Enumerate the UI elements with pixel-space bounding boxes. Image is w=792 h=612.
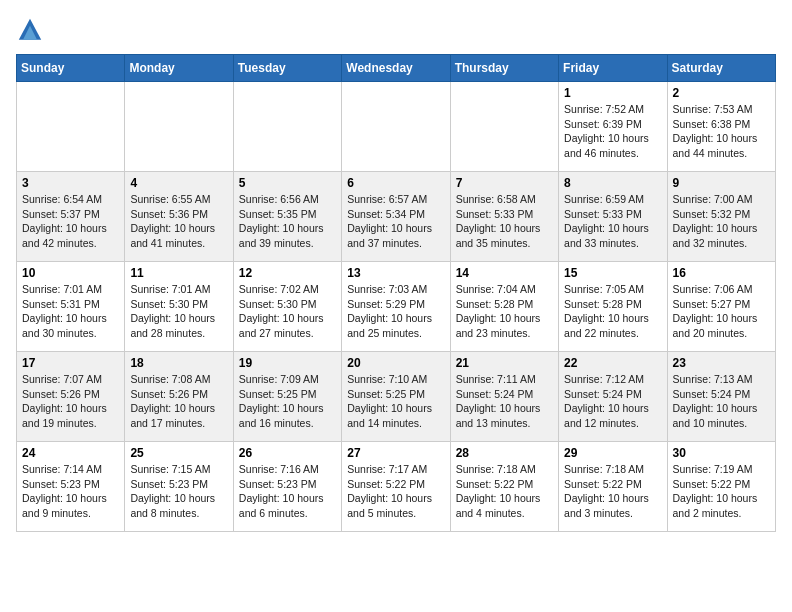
- calendar-cell: 28Sunrise: 7:18 AM Sunset: 5:22 PM Dayli…: [450, 442, 558, 532]
- week-row-4: 17Sunrise: 7:07 AM Sunset: 5:26 PM Dayli…: [17, 352, 776, 442]
- weekday-header-row: SundayMondayTuesdayWednesdayThursdayFrid…: [17, 55, 776, 82]
- day-number: 27: [347, 446, 444, 460]
- day-number: 29: [564, 446, 661, 460]
- day-info: Sunrise: 7:15 AM Sunset: 5:23 PM Dayligh…: [130, 462, 227, 521]
- day-number: 6: [347, 176, 444, 190]
- weekday-header-sunday: Sunday: [17, 55, 125, 82]
- day-number: 5: [239, 176, 336, 190]
- day-info: Sunrise: 7:01 AM Sunset: 5:31 PM Dayligh…: [22, 282, 119, 341]
- calendar-table: SundayMondayTuesdayWednesdayThursdayFrid…: [16, 54, 776, 532]
- calendar-cell: 30Sunrise: 7:19 AM Sunset: 5:22 PM Dayli…: [667, 442, 775, 532]
- day-number: 30: [673, 446, 770, 460]
- calendar-cell: 22Sunrise: 7:12 AM Sunset: 5:24 PM Dayli…: [559, 352, 667, 442]
- day-info: Sunrise: 7:13 AM Sunset: 5:24 PM Dayligh…: [673, 372, 770, 431]
- week-row-1: 1Sunrise: 7:52 AM Sunset: 6:39 PM Daylig…: [17, 82, 776, 172]
- week-row-3: 10Sunrise: 7:01 AM Sunset: 5:31 PM Dayli…: [17, 262, 776, 352]
- day-number: 28: [456, 446, 553, 460]
- day-number: 19: [239, 356, 336, 370]
- calendar-cell: 10Sunrise: 7:01 AM Sunset: 5:31 PM Dayli…: [17, 262, 125, 352]
- day-info: Sunrise: 6:59 AM Sunset: 5:33 PM Dayligh…: [564, 192, 661, 251]
- day-info: Sunrise: 7:01 AM Sunset: 5:30 PM Dayligh…: [130, 282, 227, 341]
- day-number: 22: [564, 356, 661, 370]
- calendar-cell: 25Sunrise: 7:15 AM Sunset: 5:23 PM Dayli…: [125, 442, 233, 532]
- calendar-cell: 24Sunrise: 7:14 AM Sunset: 5:23 PM Dayli…: [17, 442, 125, 532]
- weekday-header-tuesday: Tuesday: [233, 55, 341, 82]
- calendar-cell: 11Sunrise: 7:01 AM Sunset: 5:30 PM Dayli…: [125, 262, 233, 352]
- day-info: Sunrise: 7:08 AM Sunset: 5:26 PM Dayligh…: [130, 372, 227, 431]
- day-info: Sunrise: 7:05 AM Sunset: 5:28 PM Dayligh…: [564, 282, 661, 341]
- day-info: Sunrise: 6:54 AM Sunset: 5:37 PM Dayligh…: [22, 192, 119, 251]
- day-info: Sunrise: 6:55 AM Sunset: 5:36 PM Dayligh…: [130, 192, 227, 251]
- day-number: 11: [130, 266, 227, 280]
- calendar-cell: 9Sunrise: 7:00 AM Sunset: 5:32 PM Daylig…: [667, 172, 775, 262]
- day-number: 2: [673, 86, 770, 100]
- calendar-cell: 29Sunrise: 7:18 AM Sunset: 5:22 PM Dayli…: [559, 442, 667, 532]
- calendar-cell: 4Sunrise: 6:55 AM Sunset: 5:36 PM Daylig…: [125, 172, 233, 262]
- day-info: Sunrise: 6:56 AM Sunset: 5:35 PM Dayligh…: [239, 192, 336, 251]
- day-info: Sunrise: 7:06 AM Sunset: 5:27 PM Dayligh…: [673, 282, 770, 341]
- calendar-cell: 17Sunrise: 7:07 AM Sunset: 5:26 PM Dayli…: [17, 352, 125, 442]
- day-info: Sunrise: 7:18 AM Sunset: 5:22 PM Dayligh…: [456, 462, 553, 521]
- weekday-header-thursday: Thursday: [450, 55, 558, 82]
- day-info: Sunrise: 7:02 AM Sunset: 5:30 PM Dayligh…: [239, 282, 336, 341]
- day-info: Sunrise: 7:03 AM Sunset: 5:29 PM Dayligh…: [347, 282, 444, 341]
- calendar-cell: 20Sunrise: 7:10 AM Sunset: 5:25 PM Dayli…: [342, 352, 450, 442]
- weekday-header-wednesday: Wednesday: [342, 55, 450, 82]
- calendar-cell: 3Sunrise: 6:54 AM Sunset: 5:37 PM Daylig…: [17, 172, 125, 262]
- calendar-cell: [17, 82, 125, 172]
- day-number: 20: [347, 356, 444, 370]
- day-info: Sunrise: 7:09 AM Sunset: 5:25 PM Dayligh…: [239, 372, 336, 431]
- day-number: 1: [564, 86, 661, 100]
- calendar-cell: [233, 82, 341, 172]
- day-info: Sunrise: 7:17 AM Sunset: 5:22 PM Dayligh…: [347, 462, 444, 521]
- day-number: 25: [130, 446, 227, 460]
- day-number: 16: [673, 266, 770, 280]
- day-info: Sunrise: 7:04 AM Sunset: 5:28 PM Dayligh…: [456, 282, 553, 341]
- day-info: Sunrise: 6:58 AM Sunset: 5:33 PM Dayligh…: [456, 192, 553, 251]
- weekday-header-monday: Monday: [125, 55, 233, 82]
- day-number: 12: [239, 266, 336, 280]
- day-info: Sunrise: 7:18 AM Sunset: 5:22 PM Dayligh…: [564, 462, 661, 521]
- day-info: Sunrise: 7:19 AM Sunset: 5:22 PM Dayligh…: [673, 462, 770, 521]
- calendar-cell: 6Sunrise: 6:57 AM Sunset: 5:34 PM Daylig…: [342, 172, 450, 262]
- logo: [16, 16, 48, 44]
- calendar-cell: 27Sunrise: 7:17 AM Sunset: 5:22 PM Dayli…: [342, 442, 450, 532]
- calendar-cell: 15Sunrise: 7:05 AM Sunset: 5:28 PM Dayli…: [559, 262, 667, 352]
- calendar-cell: 26Sunrise: 7:16 AM Sunset: 5:23 PM Dayli…: [233, 442, 341, 532]
- calendar-cell: 12Sunrise: 7:02 AM Sunset: 5:30 PM Dayli…: [233, 262, 341, 352]
- weekday-header-saturday: Saturday: [667, 55, 775, 82]
- calendar-cell: [125, 82, 233, 172]
- weekday-header-friday: Friday: [559, 55, 667, 82]
- calendar-cell: 1Sunrise: 7:52 AM Sunset: 6:39 PM Daylig…: [559, 82, 667, 172]
- calendar-cell: 2Sunrise: 7:53 AM Sunset: 6:38 PM Daylig…: [667, 82, 775, 172]
- day-number: 23: [673, 356, 770, 370]
- day-number: 26: [239, 446, 336, 460]
- day-info: Sunrise: 7:00 AM Sunset: 5:32 PM Dayligh…: [673, 192, 770, 251]
- day-number: 9: [673, 176, 770, 190]
- calendar-cell: 8Sunrise: 6:59 AM Sunset: 5:33 PM Daylig…: [559, 172, 667, 262]
- day-info: Sunrise: 7:52 AM Sunset: 6:39 PM Dayligh…: [564, 102, 661, 161]
- logo-icon: [16, 16, 44, 44]
- day-number: 10: [22, 266, 119, 280]
- day-info: Sunrise: 7:07 AM Sunset: 5:26 PM Dayligh…: [22, 372, 119, 431]
- day-number: 4: [130, 176, 227, 190]
- day-info: Sunrise: 7:16 AM Sunset: 5:23 PM Dayligh…: [239, 462, 336, 521]
- day-info: Sunrise: 7:12 AM Sunset: 5:24 PM Dayligh…: [564, 372, 661, 431]
- week-row-5: 24Sunrise: 7:14 AM Sunset: 5:23 PM Dayli…: [17, 442, 776, 532]
- day-number: 18: [130, 356, 227, 370]
- day-number: 13: [347, 266, 444, 280]
- day-info: Sunrise: 7:53 AM Sunset: 6:38 PM Dayligh…: [673, 102, 770, 161]
- day-info: Sunrise: 7:11 AM Sunset: 5:24 PM Dayligh…: [456, 372, 553, 431]
- calendar-cell: 5Sunrise: 6:56 AM Sunset: 5:35 PM Daylig…: [233, 172, 341, 262]
- day-number: 15: [564, 266, 661, 280]
- day-info: Sunrise: 7:14 AM Sunset: 5:23 PM Dayligh…: [22, 462, 119, 521]
- calendar-cell: 16Sunrise: 7:06 AM Sunset: 5:27 PM Dayli…: [667, 262, 775, 352]
- calendar-cell: [450, 82, 558, 172]
- day-number: 14: [456, 266, 553, 280]
- calendar-cell: 21Sunrise: 7:11 AM Sunset: 5:24 PM Dayli…: [450, 352, 558, 442]
- calendar-cell: 23Sunrise: 7:13 AM Sunset: 5:24 PM Dayli…: [667, 352, 775, 442]
- calendar-cell: 13Sunrise: 7:03 AM Sunset: 5:29 PM Dayli…: [342, 262, 450, 352]
- day-number: 7: [456, 176, 553, 190]
- calendar-cell: 18Sunrise: 7:08 AM Sunset: 5:26 PM Dayli…: [125, 352, 233, 442]
- day-number: 8: [564, 176, 661, 190]
